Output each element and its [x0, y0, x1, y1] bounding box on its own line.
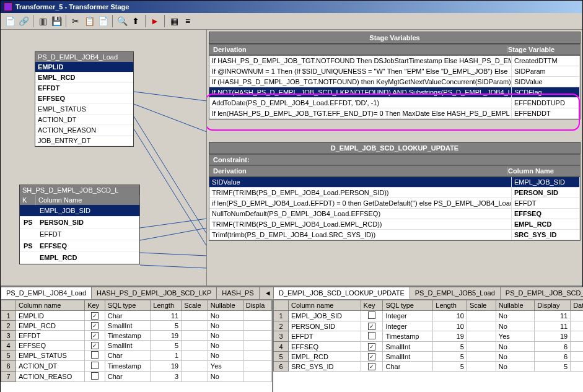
table-row[interactable]: 1EMPLIDChar11No	[1, 311, 272, 321]
table-row[interactable]: 1EMPL_JOB_SIDInteger10No11	[274, 311, 584, 321]
checkbox-icon[interactable]	[91, 332, 99, 339]
column-icon[interactable]: ▥	[37, 15, 49, 27]
table-row[interactable]: 5EMPL_STATUSChar1No	[1, 351, 272, 361]
list-item[interactable]: EFFDT	[20, 229, 139, 240]
table-row[interactable]: If @INROWNUM = 1 Then (If $SID_UNIQUENES…	[209, 66, 580, 77]
table-row[interactable]: If len(HASH_PS_D_EMPL_JOB_TGT.EFF_END_DT…	[209, 108, 580, 119]
tab[interactable]: PS_D_EMPL_JOB_SCD_UPD	[500, 287, 583, 299]
table-row[interactable]: 4EFFSEQSmallInt5No6	[274, 342, 584, 352]
tab[interactable]: PS_D_EMPL_JOB5_Load	[410, 287, 501, 299]
checkbox-icon[interactable]	[91, 351, 99, 359]
list-item[interactable]: EMPL_STATUS	[35, 104, 133, 115]
list-item[interactable]: EFFSEQ	[35, 94, 133, 104]
column-header[interactable]	[1, 300, 16, 311]
checkbox-icon[interactable]	[91, 342, 99, 349]
app-icon	[4, 2, 12, 11]
column-header[interactable]: Data element	[571, 300, 583, 311]
column-header[interactable]: Nullable	[496, 300, 535, 311]
column-header[interactable]: Displa	[243, 300, 271, 311]
table-row[interactable]: 2EMPL_RCDSmallInt5No	[1, 321, 272, 331]
column-header[interactable]: SQL type	[383, 300, 433, 311]
tab[interactable]: HASH_PS	[216, 287, 259, 299]
column-header[interactable]: Scale	[467, 300, 496, 311]
column-header[interactable]: Scale	[182, 300, 208, 311]
save-icon[interactable]: 💾	[50, 15, 63, 27]
table-row[interactable]: Trimf(trimb(PS_D_EMPL_JOB4_Load.SRC_SYS_…	[209, 230, 580, 240]
list-item[interactable]: EMPLID	[35, 62, 133, 72]
column-header[interactable]: Display	[535, 300, 571, 311]
table-row[interactable]: TRIMF(TRIMB(PS_D_EMPL_JOB4_Load.PERSON_S…	[209, 188, 580, 198]
list-item[interactable]: PSEFFSEQ	[20, 240, 139, 252]
list-item[interactable]: ACTION_DT	[35, 115, 133, 125]
checkbox-icon[interactable]	[91, 362, 99, 369]
table-row[interactable]: 3EFFDTTimestamp19Yes19	[274, 331, 584, 342]
checkbox-icon[interactable]	[368, 323, 375, 330]
new-icon[interactable]: 📄	[4, 15, 16, 27]
table-row[interactable]: SIDValueEMPL_JOB_SID	[209, 177, 580, 188]
svg-line-1	[134, 104, 207, 132]
cut-icon[interactable]: ✂	[69, 15, 82, 27]
column-header[interactable]: Length	[433, 300, 467, 311]
checkbox-icon[interactable]	[368, 353, 375, 360]
list-item[interactable]: JOB_ENTRY_DT	[35, 136, 133, 146]
list-item[interactable]: EMPL_JOB_SID	[20, 205, 139, 217]
grid-icon[interactable]: ▦	[168, 15, 180, 27]
svg-line-0	[134, 92, 207, 101]
constraint-label[interactable]: Constraint:	[213, 156, 576, 163]
table-row[interactable]: 6SRC_SYS_IDChar5No5	[274, 362, 584, 372]
list-item[interactable]: PSPERSON_SID	[20, 217, 139, 229]
checkbox-icon[interactable]	[368, 343, 375, 351]
table-row[interactable]: TRIMF(TRIMB(PS_D_EMPL_JOB4_Load.EMPL_RCD…	[209, 219, 580, 230]
checkbox-icon[interactable]	[368, 332, 375, 339]
input-link-1[interactable]: PS_D_EMPL_JOB4_Load EMPLIDEMPL_RCDEFFDTE…	[35, 51, 134, 147]
lookup-grid[interactable]: SIDValueEMPL_JOB_SIDTRIMF(TRIMB(PS_D_EMP…	[209, 176, 581, 241]
link-icon[interactable]: 🔗	[17, 15, 30, 27]
paste-icon[interactable]: 📄	[97, 15, 109, 27]
list-item[interactable]: EFFDT	[35, 83, 133, 94]
bottom-right-grid[interactable]: Column nameKeySQL typeLengthScaleNullabl…	[273, 300, 583, 392]
column-header[interactable]: Key	[85, 300, 105, 311]
tab[interactable]: D_EMPL_JOB_SCD_LOOKUP_UPDATE	[273, 287, 410, 299]
table-row[interactable]: If (HASH_PS_D_EMPL_JOB_TGT.NOTFOUND) the…	[209, 77, 580, 87]
table-row[interactable]: 6ACTION_DTTimestamp19Yes	[1, 361, 272, 372]
checkbox-icon[interactable]	[368, 363, 375, 370]
window-titlebar: Transformer_5 - Transformer Stage	[1, 1, 582, 13]
find-icon[interactable]: 🔍	[116, 15, 128, 27]
column-header[interactable]	[274, 300, 289, 311]
checkbox-icon[interactable]	[91, 372, 99, 380]
table-row[interactable]: 3EFFDTTimestamp19No	[1, 331, 272, 341]
table-row[interactable]: 2PERSON_SIDInteger10No11	[274, 321, 584, 331]
lk-col-column: Column Name	[508, 167, 576, 175]
arrow-icon[interactable]: ►	[149, 15, 161, 27]
column-header[interactable]: Length	[151, 300, 182, 311]
tab[interactable]: HASH_PS_D_EMPL_JOB_SCD_LKP	[91, 287, 217, 299]
up-icon[interactable]: ⬆	[129, 15, 142, 27]
table-row[interactable]: 7ACTION_REASOChar3No	[1, 372, 272, 382]
stage-vars-header: Stage Variables	[209, 32, 581, 44]
table-row[interactable]: NullToNumDefault(PS_D_EMPL_JOB4_Load.EFF…	[209, 209, 580, 219]
column-header[interactable]: Column name	[289, 300, 361, 311]
tab[interactable]: PS_D_EMPL_JOB4_Load	[1, 287, 92, 299]
table-row[interactable]: 5EMPL_RCDSmallInt5No6	[274, 352, 584, 362]
stage-vars-grid[interactable]: If HASH_PS_D_EMPL_JOB_TGT.NOTFOUND Then …	[209, 55, 581, 120]
table-row[interactable]: If NOT(HASH_PS_D_EMPL_JOB_SCD_LKP.NOTFOU…	[209, 87, 580, 98]
checkbox-icon[interactable]	[368, 311, 375, 319]
column-header[interactable]: SQL type	[105, 300, 151, 311]
list-item[interactable]: EMPL_RCD	[35, 72, 133, 83]
input-link-2[interactable]: SH_PS_D_EMPL_JOB_SCD_L K Column Name EMP…	[19, 185, 140, 264]
bottom-left-grid[interactable]: Column nameKeySQL typeLengthScaleNullabl…	[1, 300, 272, 392]
checkbox-icon[interactable]	[91, 312, 99, 320]
table-row[interactable]: 4EFFSEQSmallInt5No	[1, 341, 272, 351]
table-row[interactable]: AddToDate(PS_D_EMPL_JOB4_Load.EFFDT, 'DD…	[209, 98, 580, 108]
checkbox-icon[interactable]	[91, 322, 99, 329]
copy-icon[interactable]: 📋	[83, 15, 95, 27]
column-header[interactable]: Key	[361, 300, 383, 311]
list-icon[interactable]: ≡	[182, 15, 194, 27]
table-row[interactable]: If HASH_PS_D_EMPL_JOB_TGT.NOTFOUND Then …	[209, 56, 580, 66]
column-header[interactable]: Nullable	[208, 300, 243, 311]
list-item[interactable]: ACTION_REASON	[35, 125, 133, 136]
table-row[interactable]: if len(PS_D_EMPL_JOB4_Load.EFFDT) = 0 th…	[209, 198, 580, 209]
svg-line-2	[134, 116, 207, 234]
column-header[interactable]: Column name	[16, 300, 85, 311]
list-item[interactable]: EMPL_RCD	[20, 252, 139, 264]
